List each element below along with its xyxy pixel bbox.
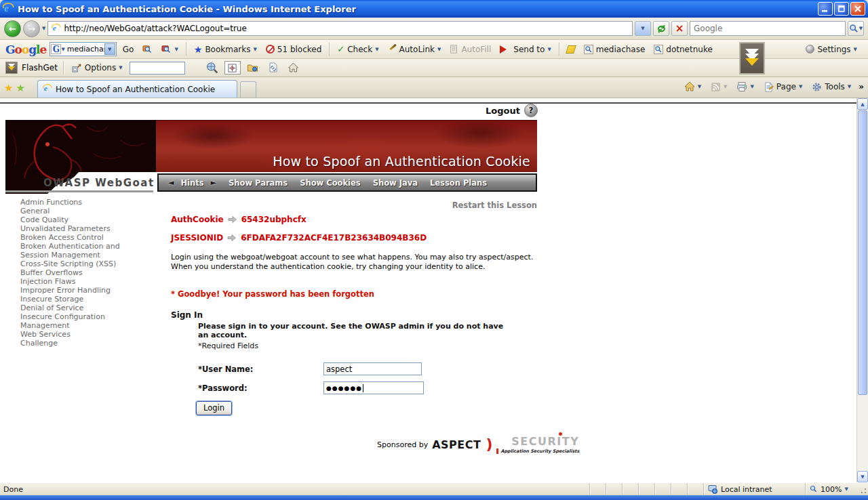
print-button[interactable]: ▼ [734, 80, 755, 93]
close-button[interactable] [850, 2, 865, 16]
scrollbar-thumb[interactable] [858, 110, 867, 395]
prev-hint-button[interactable]: ◄ [168, 178, 174, 187]
chevron-down-icon: ▼ [641, 26, 644, 31]
tools-menu-button[interactable]: Tools▼ [810, 81, 853, 93]
sidebar-item-insecure-configuration[interactable]: Insecure Configuration Management [20, 312, 136, 330]
chevron-down-icon: ▼ [799, 84, 802, 89]
menu-hints[interactable]: Hints [180, 178, 203, 188]
page-top-rule [0, 102, 856, 104]
flashget-monitor-button[interactable] [224, 61, 241, 75]
back-arrow-icon: ← [9, 24, 16, 34]
new-tab-button[interactable] [240, 81, 256, 98]
flashget-input[interactable] [130, 62, 185, 75]
options-tool-icon [72, 63, 82, 73]
status-cell [638, 483, 654, 495]
maximize-button[interactable] [834, 2, 849, 16]
refresh-button[interactable] [653, 21, 669, 36]
search-box [690, 21, 846, 36]
url-text: http://neo/WebGoat/attack?WACLogout=true [64, 24, 246, 33]
tab-active[interactable]: e How to Spoof an Authentication Cookie [37, 80, 237, 98]
password-input[interactable]: ●●●●●● [323, 381, 424, 394]
sidebar-item-insecure-storage[interactable]: Insecure Storage [20, 295, 136, 304]
settings-label: Settings [817, 45, 850, 54]
sidebar-item-challenge[interactable]: Challenge [20, 339, 136, 348]
vertical-scrollbar[interactable]: ▲ ▼ [856, 98, 868, 482]
help-button[interactable]: ? [524, 104, 538, 117]
search-web-button[interactable] [140, 43, 155, 56]
scrollbar-track[interactable] [857, 396, 868, 471]
sidebar-item-injection-flaws[interactable]: Injection Flaws [20, 277, 136, 286]
flashget-icon[interactable] [5, 62, 18, 74]
sidebar-item-code-quality[interactable]: Code Quality [20, 215, 136, 224]
google-go-button[interactable]: Go [120, 43, 137, 56]
stop-button[interactable]: × [671, 21, 688, 36]
next-hint-button[interactable]: ► [211, 178, 216, 187]
popup-blocker-button[interactable]: 51 blocked [263, 43, 325, 56]
autofill-button[interactable]: AutoFill [447, 43, 494, 56]
minimize-button[interactable] [818, 2, 833, 16]
title-bar: e How to Spoof an Authentication Cookie … [0, 0, 868, 18]
search-options-dropdown[interactable]: ▼ [859, 26, 863, 31]
sidebar-item-unvalidated-parameters[interactable]: Unvalidated Parameters [20, 224, 136, 233]
google-search-combo[interactable]: G ▼ mediachase ▼ [50, 42, 116, 56]
autolink-button[interactable]: AutoLink▼ [385, 43, 444, 56]
flashget-download-icon[interactable] [739, 42, 765, 75]
sidebar-item-web-services[interactable]: Web Services [20, 330, 136, 339]
sendto-button[interactable]: Send to▼ [497, 43, 553, 56]
bookmarks-button[interactable]: ★Bookmarks▼ [191, 43, 260, 56]
chevron-down-icon: ▼ [698, 84, 701, 89]
search-site-button[interactable]: ▼ [159, 43, 180, 56]
flashget-search-button[interactable] [204, 61, 220, 75]
history-dropdown[interactable]: ▼ [42, 26, 45, 31]
status-bar: Done Local intranet 100% ▼ [0, 482, 868, 495]
restart-lesson-link[interactable]: Restart this Lesson [171, 201, 537, 210]
settings-button[interactable]: Settings▼ [803, 43, 860, 56]
search-input[interactable] [694, 24, 842, 33]
sidebar-item-improper-error-handling[interactable]: Improper Error Handling [20, 286, 136, 295]
forward-button[interactable]: → [23, 20, 40, 37]
menu-show-params[interactable]: Show Params [229, 178, 288, 188]
spellcheck-button[interactable]: ✓Check▼ [334, 43, 381, 56]
feeds-button[interactable]: ▼ [709, 81, 729, 93]
flashget-options-button[interactable]: Options ▼ [69, 62, 125, 75]
username-input[interactable] [323, 362, 422, 375]
menu-show-cookies[interactable]: Show Cookies [300, 178, 360, 188]
flashget-folder-button[interactable] [245, 61, 261, 75]
logo-letter: e [40, 43, 47, 56]
bookmark-star-icon: ★ [194, 44, 203, 55]
search-go-button[interactable]: ▼ [848, 21, 864, 36]
sidebar-item-admin-functions[interactable]: Admin Functions [20, 198, 136, 207]
back-button[interactable]: ← [4, 20, 21, 37]
sidebar-item-broken-access-control[interactable]: Broken Access Control [20, 233, 136, 242]
menu-lesson-plans[interactable]: Lesson Plans [430, 178, 487, 188]
address-bar[interactable]: e http://neo/WebGoat/attack?WACLogout=tr… [47, 21, 633, 36]
page-menu-button[interactable]: Page▼ [762, 81, 804, 93]
security-text-a: SECUR [511, 435, 557, 448]
chevron-down-icon: ▼ [119, 65, 122, 70]
custom-search-mediachase[interactable]: mediachase [581, 43, 648, 56]
highlight-button[interactable] [564, 44, 578, 55]
sidebar-item-denial-of-service[interactable]: Denial of Service [20, 304, 136, 312]
sidebar-item-buffer-overflows[interactable]: Buffer Overflows [20, 268, 136, 277]
scroll-up-button[interactable]: ▲ [857, 98, 868, 110]
menu-show-java[interactable]: Show Java [373, 178, 418, 188]
logout-button[interactable]: Logout [486, 106, 520, 116]
home-button[interactable]: ▼ [682, 80, 703, 93]
flashget-sitelink-button[interactable] [265, 61, 281, 75]
sidebar-item-xss[interactable]: Cross-Site Scripting (XSS) [20, 259, 136, 268]
flashget-home-button[interactable] [285, 61, 302, 75]
add-favorite-button[interactable]: ★ [16, 82, 24, 94]
favorites-center-button[interactable]: ★ [4, 82, 13, 94]
zoom-control[interactable]: 100% ▼ [805, 483, 859, 495]
status-cell [589, 483, 606, 495]
address-dropdown-button[interactable]: ▼ [635, 21, 651, 36]
scroll-down-button[interactable]: ▼ [857, 471, 868, 482]
login-button[interactable]: Login [196, 401, 232, 415]
toolbar-overflow-chevron[interactable]: » [859, 82, 864, 91]
combo-arrow[interactable]: ▼ [104, 43, 115, 55]
logo-letter: o [22, 43, 28, 56]
stop-x-icon: × [675, 24, 684, 34]
sidebar-item-general[interactable]: General [20, 207, 136, 215]
sidebar-item-broken-authentication[interactable]: Broken Authentication and Session Manage… [20, 242, 136, 259]
custom-search-dotnetnuke[interactable]: dotnetnuke [651, 43, 715, 56]
